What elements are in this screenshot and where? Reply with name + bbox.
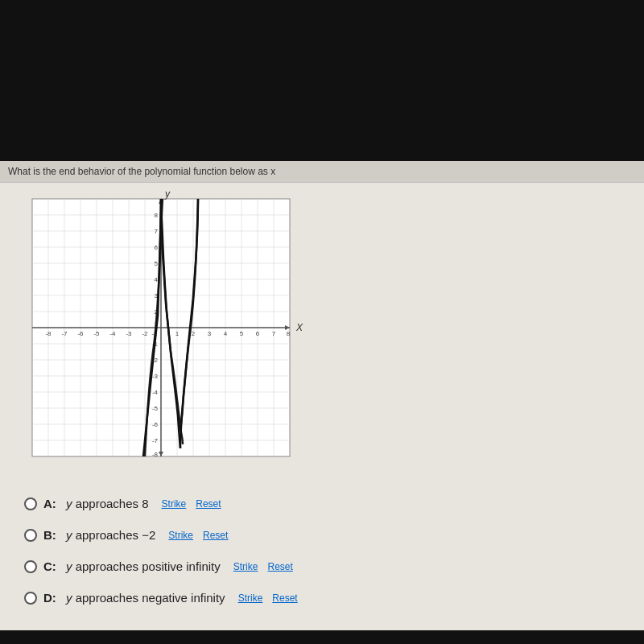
svg-text:5: 5	[240, 330, 244, 337]
svg-text:-8: -8	[152, 451, 159, 458]
svg-text:-6: -6	[77, 330, 84, 337]
header-bar: What is the end behavior of the polynomi…	[0, 161, 644, 183]
svg-text:y: y	[164, 191, 171, 200]
svg-text:-3: -3	[126, 330, 132, 337]
reset-a[interactable]: Reset	[196, 498, 221, 510]
text-a: y approaches 8	[66, 497, 149, 510]
strike-d[interactable]: Strike	[238, 592, 263, 604]
svg-text:8: 8	[287, 330, 291, 337]
answer-item-d: D: y approaches negative infinity Strike…	[24, 591, 620, 605]
reset-d[interactable]: Reset	[272, 592, 297, 604]
svg-text:-4: -4	[109, 330, 116, 337]
text-d: y approaches negative infinity	[66, 591, 225, 605]
reset-b[interactable]: Reset	[203, 530, 228, 541]
svg-text:-7: -7	[61, 330, 68, 337]
svg-text:X: X	[295, 322, 303, 333]
label-a: A:	[43, 497, 60, 510]
radio-c[interactable]	[24, 560, 37, 573]
label-d: D:	[43, 591, 60, 605]
svg-text:4: 4	[224, 330, 228, 337]
radio-a[interactable]	[24, 497, 37, 510]
svg-text:-3: -3	[152, 373, 159, 380]
content-area: What is the end behavior of the polynomi…	[0, 161, 644, 630]
svg-text:-8: -8	[45, 330, 52, 337]
svg-text:-6: -6	[152, 421, 159, 428]
svg-text:8: 8	[155, 212, 159, 219]
answer-item-b: B: y approaches −2 Strike Reset	[24, 528, 620, 542]
graph-container: -8 -7 -6 -5 -4 -3 -2 -1 1 2 3 4 5 6 7 8	[16, 191, 306, 481]
reset-c[interactable]: Reset	[267, 561, 292, 572]
svg-text:2: 2	[192, 330, 196, 337]
svg-text:7: 7	[272, 330, 276, 337]
svg-text:7: 7	[155, 228, 159, 235]
radio-d[interactable]	[24, 592, 37, 605]
answers-section: A: y approaches 8 Strike Reset B: y appr…	[0, 489, 644, 630]
answer-item-a: A: y approaches 8 Strike Reset	[24, 497, 620, 510]
text-b: y approaches −2	[66, 528, 155, 542]
svg-text:4: 4	[155, 276, 159, 283]
strike-b[interactable]: Strike	[168, 530, 193, 541]
svg-text:-5: -5	[93, 330, 100, 337]
label-b: B:	[43, 528, 60, 542]
radio-b[interactable]	[24, 529, 37, 542]
answer-item-c: C: y approaches positive infinity Strike…	[24, 559, 620, 573]
svg-text:-2: -2	[142, 330, 148, 337]
svg-text:6: 6	[155, 244, 159, 251]
text-c: y approaches positive infinity	[66, 559, 221, 573]
svg-text:1: 1	[175, 330, 180, 337]
strike-c[interactable]: Strike	[233, 561, 258, 572]
svg-text:-7: -7	[152, 437, 159, 444]
svg-text:-4: -4	[152, 389, 159, 396]
top-black-bar	[0, 0, 644, 161]
svg-text:5: 5	[155, 260, 159, 267]
svg-text:6: 6	[256, 330, 260, 337]
bottom-black-bar	[0, 630, 644, 644]
header-text: What is the end behavior of the polynomi…	[8, 166, 275, 177]
strike-a[interactable]: Strike	[162, 498, 187, 510]
svg-text:-5: -5	[152, 405, 159, 412]
label-c: C:	[43, 559, 60, 573]
svg-text:3: 3	[208, 330, 212, 337]
